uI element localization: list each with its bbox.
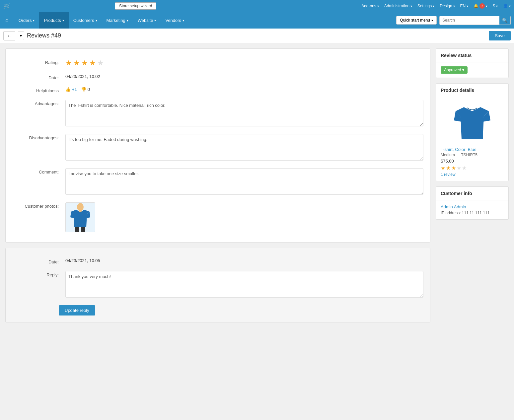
top-bar-right: Add-ons ▾ Administration ▾ Settings ▾ De… (361, 3, 511, 9)
nav-customers[interactable]: Customers ▾ (69, 12, 102, 29)
search-bar: 🔍 (439, 16, 511, 25)
advantages-label: Advantages: (12, 100, 65, 106)
helpful-count: +1 (72, 87, 77, 92)
chevron-down-icon: ▾ (96, 19, 97, 22)
nav-marketing[interactable]: Marketing ▾ (102, 12, 133, 29)
reply-textarea[interactable] (65, 271, 423, 298)
settings-menu[interactable]: Settings ▾ (417, 4, 434, 8)
customer-photo-svg (67, 202, 94, 232)
back-button[interactable]: ← (3, 31, 15, 40)
star-2: ★ (73, 59, 80, 67)
design-menu[interactable]: Design ▾ (440, 4, 455, 8)
reply-card: Date: 04/23/2021, 10:05 Reply: Update re… (5, 248, 430, 322)
prod-star-1: ★ (441, 165, 445, 171)
user-menu[interactable]: 👤 ▾ (503, 4, 511, 8)
customer-photo[interactable] (65, 202, 95, 232)
chevron-down-icon: ▾ (509, 4, 511, 8)
top-bar: 🛒 Store setup wizard Add-ons ▾ Administr… (0, 0, 514, 12)
chevron-down-icon: ▾ (183, 19, 184, 22)
chevron-down-icon: ▾ (127, 19, 128, 22)
date-row: Date: 04/23/2021, 10:02 (6, 71, 430, 84)
product-details-body: T-shirt, Color: Blue Medium — TSHIRT5 $7… (436, 97, 508, 181)
nav-products[interactable]: Products ▾ (39, 12, 68, 29)
prod-star-2: ★ (446, 165, 451, 171)
advantages-content (65, 100, 423, 127)
reply-date-row: Date: 04/23/2021, 10:05 (6, 255, 430, 268)
home-button[interactable]: ⌂ (0, 12, 14, 29)
date-value: 04/23/2021, 10:02 (65, 74, 423, 79)
customer-info-card: Customer info Admin Admin IP address: 11… (436, 186, 509, 220)
chevron-down-icon: ▾ (467, 4, 468, 8)
disadvantages-textarea[interactable] (65, 134, 423, 161)
notifications-badge: 2 (479, 3, 485, 9)
product-review-link[interactable]: 1 review (441, 172, 456, 177)
reply-date-label: Date: (12, 258, 65, 264)
store-setup-wizard-button[interactable]: Store setup wizard (115, 2, 156, 10)
chevron-down-icon: ▾ (433, 4, 434, 8)
chevron-down-icon: ▾ (496, 4, 498, 8)
thumbs-down-icon: 👎 (81, 87, 86, 92)
svg-rect-3 (81, 227, 85, 232)
product-price: $75.00 (441, 159, 504, 164)
star-3: ★ (81, 59, 88, 67)
review-status-card: Review status Approved ▾ (436, 48, 509, 78)
reply-label: Reply: (12, 271, 65, 277)
comment-label: Comment: (12, 168, 65, 175)
photos-label: Customer photos: (12, 202, 65, 209)
advantages-row: Advantages: (6, 97, 430, 131)
reply-row: Reply: (6, 268, 430, 302)
product-name-link[interactable]: T-shirt, Color: Blue (441, 147, 504, 152)
prod-star-3: ★ (451, 165, 456, 171)
main-layout: Rating: ★ ★ ★ ★ ★ Date: 04/23/2021, 10:0… (0, 43, 514, 328)
star-5: ★ (97, 59, 104, 67)
notifications-button[interactable]: 🔔 2 ▾ (474, 3, 487, 9)
nav-bar: ⌂ Orders ▾ Products ▾ Customers ▾ Market… (0, 12, 514, 29)
page-title: Reviews #49 (27, 32, 61, 39)
unhelpful-item: 👎 0 (81, 87, 90, 92)
review-status-title: Review status (436, 49, 508, 62)
quick-start-button[interactable]: Quick start menu ▾ (396, 16, 437, 25)
status-badge[interactable]: Approved ▾ (441, 66, 468, 74)
product-image[interactable] (452, 101, 492, 144)
svg-rect-2 (75, 227, 79, 232)
chevron-down-icon: ▾ (377, 4, 379, 8)
customer-name-link[interactable]: Admin Admin (441, 204, 504, 209)
photos-content (65, 202, 423, 232)
prod-star-5: ★ (462, 165, 467, 171)
comment-row: Comment: (6, 165, 430, 199)
chevron-down-icon: ▾ (33, 19, 35, 22)
reply-date-value: 04/23/2021, 10:05 (65, 258, 423, 263)
cart-icon[interactable]: 🛒 (3, 2, 11, 10)
chevron-down-icon: ▾ (431, 19, 433, 22)
language-menu[interactable]: EN ▾ (460, 4, 469, 8)
disadvantages-content (65, 134, 423, 162)
product-sku: Medium — TSHIRT5 (441, 153, 504, 157)
disadvantages-label: Disadvantages: (12, 134, 65, 140)
chevron-down-icon: ▾ (410, 4, 412, 8)
nav-vendors[interactable]: Vendors ▾ (161, 12, 189, 29)
review-status-body: Approved ▾ (436, 62, 508, 78)
reply-content (65, 271, 423, 299)
nav-website[interactable]: Website ▾ (133, 12, 161, 29)
unhelpful-count: 0 (88, 87, 90, 92)
currency-menu[interactable]: $ ▾ (493, 4, 498, 8)
product-details-card: Product details T-shirt, Color (436, 83, 509, 181)
comment-textarea[interactable] (65, 168, 423, 195)
addons-menu[interactable]: Add-ons ▾ (361, 4, 379, 8)
rating-label: Rating: (12, 59, 65, 65)
save-button[interactable]: Save (489, 31, 511, 40)
search-input[interactable] (440, 16, 499, 24)
customer-ip: IP address: 111.11.111.111 (441, 211, 504, 215)
customer-info-body: Admin Admin IP address: 111.11.111.111 (436, 200, 508, 219)
chevron-down-icon: ▾ (154, 19, 156, 22)
advantages-textarea[interactable] (65, 100, 423, 126)
administration-menu[interactable]: Administration ▾ (384, 4, 412, 8)
helpfulness-label: Helpfulness (12, 87, 65, 93)
nav-orders[interactable]: Orders ▾ (14, 12, 39, 29)
update-reply-button[interactable]: Update reply (59, 305, 95, 315)
back-dropdown-button[interactable]: ▾ (18, 32, 24, 40)
customer-info-title: Customer info (436, 187, 508, 200)
search-button[interactable]: 🔍 (499, 16, 510, 25)
svg-point-0 (77, 203, 84, 211)
review-card: Rating: ★ ★ ★ ★ ★ Date: 04/23/2021, 10:0… (5, 48, 430, 243)
